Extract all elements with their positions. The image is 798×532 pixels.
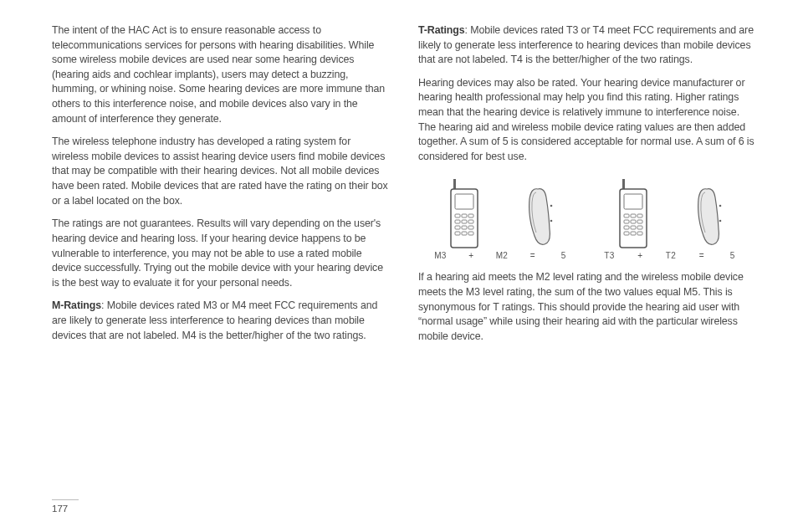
fig1-a: M3 — [425, 251, 456, 260]
paragraph: The ratings are not guarantees. Results … — [52, 217, 388, 290]
t-ratings-label: T-Ratings — [418, 24, 465, 36]
fig1-sum: 5 — [548, 251, 579, 260]
page-number: 177 — [52, 499, 79, 514]
figure-t-group: T3 + T2 = 5 — [594, 177, 748, 260]
fig2-sum: 5 — [717, 251, 748, 260]
left-column: The intent of the HAC Act is to ensure r… — [52, 23, 388, 512]
paragraph-t-ratings: T-Ratings: Mobile devices rated T3 or T4… — [418, 23, 755, 68]
svg-point-32 — [719, 205, 722, 207]
fig2-a: T3 — [594, 251, 625, 260]
fig2-plus: + — [625, 251, 656, 260]
phone-icon — [616, 179, 650, 249]
paragraph-m-ratings: M-Ratings: Mobile devices rated M3 or M4… — [52, 299, 388, 343]
paragraph: Hearing devices may also be rated. Your … — [418, 76, 755, 165]
fig1-b: M2 — [487, 251, 518, 260]
fig1-eq: = — [517, 251, 548, 260]
figure-m-group: M3 + M2 = 5 — [425, 177, 579, 260]
t-ratings-text: : Mobile devices rated T3 or T4 meet FCC… — [418, 24, 754, 65]
fig1-plus: + — [456, 251, 487, 260]
paragraph: The intent of the HAC Act is to ensure r… — [52, 23, 388, 126]
svg-point-15 — [550, 205, 553, 207]
figure-m-caption: M3 + M2 = 5 — [425, 251, 579, 260]
fig2-b: T2 — [656, 251, 687, 260]
paragraph: If a hearing aid meets the M2 level rati… — [418, 270, 755, 344]
m-ratings-label: M-Ratings — [52, 299, 101, 311]
phone-icon — [448, 179, 481, 249]
svg-point-16 — [550, 220, 553, 223]
ratings-figure: M3 + M2 = 5 — [418, 172, 755, 262]
right-column: T-Ratings: Mobile devices rated T3 or T4… — [418, 23, 755, 512]
fig2-eq: = — [686, 251, 717, 260]
svg-point-33 — [719, 220, 722, 223]
paragraph: The wireless telephone industry has deve… — [52, 135, 388, 208]
m-ratings-text: : Mobile devices rated M3 or M4 meet FCC… — [52, 299, 377, 340]
figure-t-caption: T3 + T2 = 5 — [594, 251, 748, 260]
hearing-aid-icon — [526, 184, 556, 249]
hearing-aid-icon — [695, 184, 725, 249]
